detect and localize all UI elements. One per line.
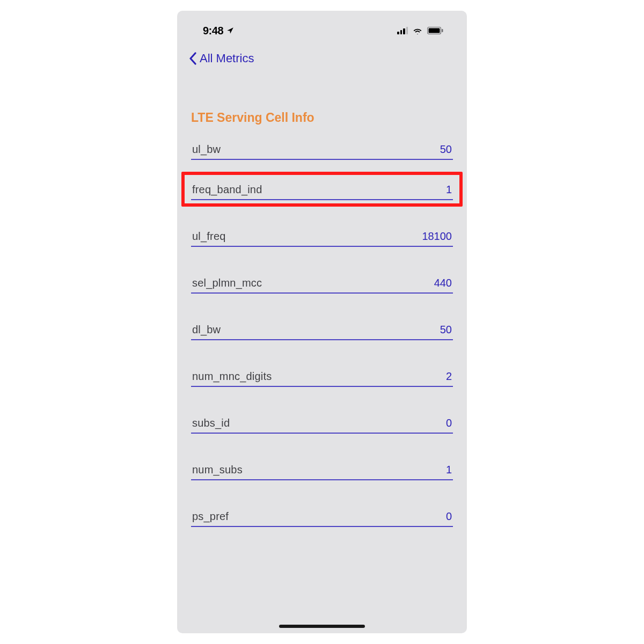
status-bar: 9:48	[177, 23, 467, 39]
metric-label: ul_freq	[192, 230, 226, 243]
metric-label: num_subs	[192, 464, 243, 476]
metric-row[interactable]: ul_bw 50	[191, 129, 453, 160]
metric-value: 1	[446, 184, 452, 196]
wifi-icon	[412, 27, 423, 34]
phone-screen: 9:48	[177, 11, 467, 633]
metric-row[interactable]: freq_band_ind 1	[191, 160, 453, 200]
metric-value: 1	[446, 464, 452, 476]
stage: 9:48	[0, 0, 644, 644]
metric-row[interactable]: sel_plmn_mcc 440	[191, 247, 453, 294]
metric-label: freq_band_ind	[192, 184, 262, 196]
battery-full-icon	[427, 27, 443, 34]
section-title: LTE Serving Cell Info	[191, 111, 453, 125]
back-label: All Metrics	[200, 52, 254, 65]
metric-label: sel_plmn_mcc	[192, 277, 262, 289]
metric-row[interactable]: num_subs 1	[191, 434, 453, 480]
metric-row[interactable]: subs_id 0	[191, 387, 453, 434]
metric-label: ps_pref	[192, 510, 229, 523]
content: LTE Serving Cell Info ul_bw 50 freq_band…	[177, 111, 467, 527]
metric-value: 18100	[422, 230, 452, 243]
metric-value: 50	[440, 324, 452, 336]
location-arrow-icon	[226, 27, 234, 34]
cellular-signal-icon	[397, 27, 408, 34]
chevron-left-icon	[189, 52, 197, 65]
svg-rect-1	[429, 28, 440, 33]
metric-value: 440	[434, 277, 452, 289]
metric-row[interactable]: num_mnc_digits 2	[191, 340, 453, 387]
metric-value: 0	[446, 417, 452, 429]
svg-rect-2	[442, 29, 443, 32]
status-right	[397, 27, 443, 34]
metric-row[interactable]: ul_freq 18100	[191, 200, 453, 247]
metric-value: 0	[446, 510, 452, 523]
status-left: 9:48	[203, 25, 234, 37]
status-time: 9:48	[203, 25, 223, 37]
metric-value: 2	[446, 370, 452, 383]
metric-row[interactable]: dl_bw 50	[191, 294, 453, 340]
home-indicator[interactable]	[279, 625, 365, 628]
metric-label: subs_id	[192, 417, 230, 429]
metric-label: num_mnc_digits	[192, 370, 272, 383]
metric-label: ul_bw	[192, 143, 221, 156]
back-button[interactable]: All Metrics	[189, 52, 254, 65]
metric-row[interactable]: ps_pref 0	[191, 480, 453, 527]
metric-label: dl_bw	[192, 324, 221, 336]
metric-value: 50	[440, 143, 452, 156]
metrics-list: ul_bw 50 freq_band_ind 1 ul_freq 18100	[191, 129, 453, 527]
